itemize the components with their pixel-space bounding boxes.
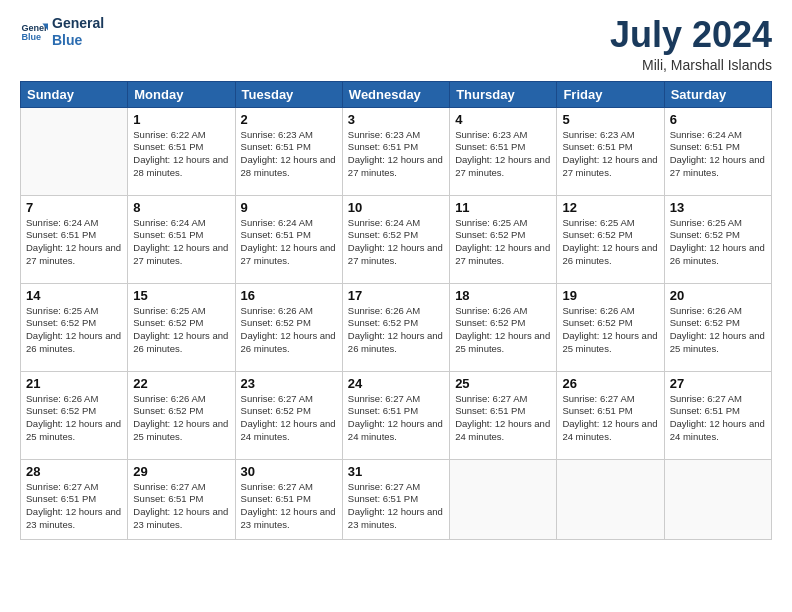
- cell-info: Sunrise: 6:26 AM Sunset: 6:52 PM Dayligh…: [241, 305, 337, 356]
- week-row-2: 7Sunrise: 6:24 AM Sunset: 6:51 PM Daylig…: [21, 195, 772, 283]
- calendar-cell: 22Sunrise: 6:26 AM Sunset: 6:52 PM Dayli…: [128, 371, 235, 459]
- cell-info: Sunrise: 6:27 AM Sunset: 6:51 PM Dayligh…: [133, 481, 229, 532]
- cell-info: Sunrise: 6:27 AM Sunset: 6:51 PM Dayligh…: [348, 481, 444, 532]
- cell-info: Sunrise: 6:23 AM Sunset: 6:51 PM Dayligh…: [562, 129, 658, 180]
- cell-day-number: 24: [348, 376, 444, 391]
- calendar-cell: [664, 459, 771, 539]
- calendar-cell: 5Sunrise: 6:23 AM Sunset: 6:51 PM Daylig…: [557, 107, 664, 195]
- cell-day-number: 22: [133, 376, 229, 391]
- cell-info: Sunrise: 6:25 AM Sunset: 6:52 PM Dayligh…: [670, 217, 766, 268]
- calendar-cell: 3Sunrise: 6:23 AM Sunset: 6:51 PM Daylig…: [342, 107, 449, 195]
- cell-day-number: 19: [562, 288, 658, 303]
- cell-day-number: 20: [670, 288, 766, 303]
- logo-line2: Blue: [52, 32, 104, 49]
- cell-day-number: 25: [455, 376, 551, 391]
- calendar-cell: [450, 459, 557, 539]
- calendar-cell: 31Sunrise: 6:27 AM Sunset: 6:51 PM Dayli…: [342, 459, 449, 539]
- cell-info: Sunrise: 6:27 AM Sunset: 6:51 PM Dayligh…: [455, 393, 551, 444]
- calendar-cell: 21Sunrise: 6:26 AM Sunset: 6:52 PM Dayli…: [21, 371, 128, 459]
- cell-info: Sunrise: 6:27 AM Sunset: 6:51 PM Dayligh…: [241, 481, 337, 532]
- calendar-cell: [21, 107, 128, 195]
- calendar-cell: 19Sunrise: 6:26 AM Sunset: 6:52 PM Dayli…: [557, 283, 664, 371]
- day-header-saturday: Saturday: [664, 81, 771, 107]
- calendar-cell: 17Sunrise: 6:26 AM Sunset: 6:52 PM Dayli…: [342, 283, 449, 371]
- calendar-cell: 24Sunrise: 6:27 AM Sunset: 6:51 PM Dayli…: [342, 371, 449, 459]
- cell-day-number: 23: [241, 376, 337, 391]
- calendar-cell: 30Sunrise: 6:27 AM Sunset: 6:51 PM Dayli…: [235, 459, 342, 539]
- calendar-cell: 16Sunrise: 6:26 AM Sunset: 6:52 PM Dayli…: [235, 283, 342, 371]
- day-header-wednesday: Wednesday: [342, 81, 449, 107]
- calendar-cell: 26Sunrise: 6:27 AM Sunset: 6:51 PM Dayli…: [557, 371, 664, 459]
- cell-info: Sunrise: 6:26 AM Sunset: 6:52 PM Dayligh…: [26, 393, 122, 444]
- cell-info: Sunrise: 6:27 AM Sunset: 6:51 PM Dayligh…: [348, 393, 444, 444]
- header: General Blue General Blue July 2024 Mili…: [20, 15, 772, 73]
- cell-day-number: 27: [670, 376, 766, 391]
- cell-day-number: 26: [562, 376, 658, 391]
- calendar-cell: 27Sunrise: 6:27 AM Sunset: 6:51 PM Dayli…: [664, 371, 771, 459]
- cell-info: Sunrise: 6:26 AM Sunset: 6:52 PM Dayligh…: [133, 393, 229, 444]
- calendar-cell: 9Sunrise: 6:24 AM Sunset: 6:51 PM Daylig…: [235, 195, 342, 283]
- cell-day-number: 4: [455, 112, 551, 127]
- calendar-table: SundayMondayTuesdayWednesdayThursdayFrid…: [20, 81, 772, 540]
- cell-day-number: 1: [133, 112, 229, 127]
- cell-info: Sunrise: 6:23 AM Sunset: 6:51 PM Dayligh…: [241, 129, 337, 180]
- cell-info: Sunrise: 6:24 AM Sunset: 6:51 PM Dayligh…: [26, 217, 122, 268]
- cell-info: Sunrise: 6:25 AM Sunset: 6:52 PM Dayligh…: [26, 305, 122, 356]
- cell-day-number: 17: [348, 288, 444, 303]
- day-header-sunday: Sunday: [21, 81, 128, 107]
- cell-day-number: 15: [133, 288, 229, 303]
- cell-day-number: 7: [26, 200, 122, 215]
- cell-day-number: 10: [348, 200, 444, 215]
- calendar-cell: 14Sunrise: 6:25 AM Sunset: 6:52 PM Dayli…: [21, 283, 128, 371]
- page: General Blue General Blue July 2024 Mili…: [0, 0, 792, 612]
- cell-day-number: 18: [455, 288, 551, 303]
- calendar-cell: 1Sunrise: 6:22 AM Sunset: 6:51 PM Daylig…: [128, 107, 235, 195]
- calendar-cell: 11Sunrise: 6:25 AM Sunset: 6:52 PM Dayli…: [450, 195, 557, 283]
- cell-info: Sunrise: 6:25 AM Sunset: 6:52 PM Dayligh…: [133, 305, 229, 356]
- title-block: July 2024 Mili, Marshall Islands: [610, 15, 772, 73]
- calendar-cell: 12Sunrise: 6:25 AM Sunset: 6:52 PM Dayli…: [557, 195, 664, 283]
- calendar-cell: 7Sunrise: 6:24 AM Sunset: 6:51 PM Daylig…: [21, 195, 128, 283]
- cell-day-number: 6: [670, 112, 766, 127]
- week-row-5: 28Sunrise: 6:27 AM Sunset: 6:51 PM Dayli…: [21, 459, 772, 539]
- week-row-1: 1Sunrise: 6:22 AM Sunset: 6:51 PM Daylig…: [21, 107, 772, 195]
- cell-day-number: 8: [133, 200, 229, 215]
- cell-day-number: 28: [26, 464, 122, 479]
- calendar-cell: 13Sunrise: 6:25 AM Sunset: 6:52 PM Dayli…: [664, 195, 771, 283]
- day-header-row: SundayMondayTuesdayWednesdayThursdayFrid…: [21, 81, 772, 107]
- calendar-cell: 6Sunrise: 6:24 AM Sunset: 6:51 PM Daylig…: [664, 107, 771, 195]
- cell-day-number: 3: [348, 112, 444, 127]
- calendar-cell: 8Sunrise: 6:24 AM Sunset: 6:51 PM Daylig…: [128, 195, 235, 283]
- calendar-cell: 25Sunrise: 6:27 AM Sunset: 6:51 PM Dayli…: [450, 371, 557, 459]
- cell-info: Sunrise: 6:27 AM Sunset: 6:51 PM Dayligh…: [26, 481, 122, 532]
- day-header-tuesday: Tuesday: [235, 81, 342, 107]
- cell-day-number: 16: [241, 288, 337, 303]
- cell-info: Sunrise: 6:26 AM Sunset: 6:52 PM Dayligh…: [670, 305, 766, 356]
- cell-info: Sunrise: 6:23 AM Sunset: 6:51 PM Dayligh…: [348, 129, 444, 180]
- cell-info: Sunrise: 6:25 AM Sunset: 6:52 PM Dayligh…: [455, 217, 551, 268]
- logo-icon: General Blue: [20, 18, 48, 46]
- calendar-cell: [557, 459, 664, 539]
- month-year: July 2024: [610, 15, 772, 55]
- day-header-friday: Friday: [557, 81, 664, 107]
- cell-info: Sunrise: 6:26 AM Sunset: 6:52 PM Dayligh…: [455, 305, 551, 356]
- cell-info: Sunrise: 6:24 AM Sunset: 6:51 PM Dayligh…: [241, 217, 337, 268]
- cell-info: Sunrise: 6:26 AM Sunset: 6:52 PM Dayligh…: [562, 305, 658, 356]
- cell-info: Sunrise: 6:23 AM Sunset: 6:51 PM Dayligh…: [455, 129, 551, 180]
- svg-text:Blue: Blue: [21, 32, 41, 42]
- logo: General Blue General Blue: [20, 15, 104, 49]
- calendar-cell: 2Sunrise: 6:23 AM Sunset: 6:51 PM Daylig…: [235, 107, 342, 195]
- cell-day-number: 2: [241, 112, 337, 127]
- day-header-thursday: Thursday: [450, 81, 557, 107]
- cell-day-number: 21: [26, 376, 122, 391]
- cell-day-number: 31: [348, 464, 444, 479]
- cell-info: Sunrise: 6:24 AM Sunset: 6:51 PM Dayligh…: [670, 129, 766, 180]
- calendar-cell: 15Sunrise: 6:25 AM Sunset: 6:52 PM Dayli…: [128, 283, 235, 371]
- cell-info: Sunrise: 6:22 AM Sunset: 6:51 PM Dayligh…: [133, 129, 229, 180]
- cell-day-number: 29: [133, 464, 229, 479]
- cell-info: Sunrise: 6:24 AM Sunset: 6:52 PM Dayligh…: [348, 217, 444, 268]
- cell-info: Sunrise: 6:26 AM Sunset: 6:52 PM Dayligh…: [348, 305, 444, 356]
- logo-line1: General: [52, 15, 104, 32]
- calendar-cell: 28Sunrise: 6:27 AM Sunset: 6:51 PM Dayli…: [21, 459, 128, 539]
- cell-day-number: 11: [455, 200, 551, 215]
